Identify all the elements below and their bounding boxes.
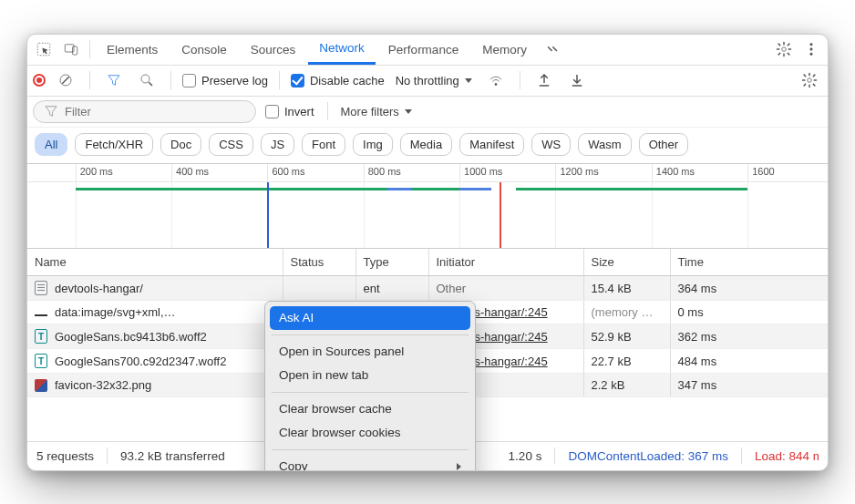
upload-har-icon[interactable] (531, 67, 557, 93)
size-cell: 2.2 kB (583, 374, 670, 397)
ctx-label: Copy (279, 459, 308, 471)
tab-network[interactable]: Network (308, 34, 376, 65)
tick-label: 1000 ms (464, 166, 502, 177)
status-domcontentloaded: DOMContentLoaded: 367 ms (568, 449, 728, 463)
ctx-clear-cache[interactable]: Clear browser cache (270, 397, 470, 421)
tick-label: 1400 ms (656, 166, 695, 177)
col-type[interactable]: Type (355, 249, 428, 276)
col-time[interactable]: Time (670, 249, 828, 276)
disable-cache-checkbox[interactable]: Disable cache (291, 74, 385, 87)
separator (741, 447, 742, 464)
settings-icon[interactable] (771, 36, 797, 62)
search-icon[interactable] (134, 67, 160, 93)
tick-label: 600 ms (272, 166, 304, 177)
chip-fetchxhr[interactable]: Fetch/XHR (75, 133, 153, 156)
svg-rect-2 (73, 46, 77, 55)
filter-toggle-icon[interactable] (101, 67, 127, 93)
filter-text-input[interactable] (65, 105, 246, 118)
tab-elements[interactable]: Elements (96, 34, 169, 65)
more-filters-button[interactable]: More filters (341, 105, 412, 118)
separator (520, 71, 520, 89)
filter-input[interactable] (33, 100, 256, 123)
tick-label: 800 ms (368, 166, 401, 177)
ctx-open-new-tab[interactable]: Open in new tab (270, 364, 470, 387)
size-cell: 52.9 kB (583, 324, 670, 349)
status-cell (283, 276, 355, 301)
checkbox-checked-icon (291, 74, 304, 87)
status-finish: 1.20 s (509, 449, 542, 463)
time-cell: 484 ms (670, 349, 828, 374)
svg-point-4 (810, 44, 812, 46)
chip-ws[interactable]: WS (531, 133, 571, 156)
tab-label: Performance (388, 43, 458, 57)
chip-wasm[interactable]: Wasm (578, 133, 631, 156)
chip-font[interactable]: Font (302, 133, 345, 156)
chevron-right-icon (457, 463, 461, 470)
tab-console[interactable]: Console (170, 34, 238, 65)
tick-label: 1600 (752, 166, 774, 177)
request-name: data:image/svg+xml,… (55, 305, 176, 319)
size-cell: 15.4 kB (583, 276, 670, 301)
tab-memory[interactable]: Memory (471, 34, 538, 65)
tab-sources[interactable]: Sources (240, 34, 307, 65)
chevron-down-icon (465, 78, 472, 83)
chip-js[interactable]: JS (261, 133, 294, 156)
chip-doc[interactable]: Doc (160, 133, 201, 156)
menu-divider (272, 449, 469, 450)
network-conditions-icon[interactable] (483, 67, 509, 93)
table-row[interactable]: devtools-hangar/entOther15.4 kB364 ms (27, 276, 828, 301)
checkbox-icon (182, 74, 196, 87)
chip-other[interactable]: Other (639, 133, 689, 156)
request-name: devtools-hangar/ (55, 282, 143, 295)
chip-img[interactable]: Img (353, 133, 393, 156)
chip-all[interactable]: All (35, 133, 67, 156)
separator (279, 71, 280, 89)
timeline-overview[interactable]: 200 ms 400 ms 600 ms 800 ms 1000 ms 1200… (27, 163, 828, 249)
time-cell: 364 ms (670, 276, 828, 301)
initiator-text: Other (437, 282, 467, 295)
chip-manifest[interactable]: Manifest (459, 133, 524, 156)
col-size[interactable]: Size (583, 249, 670, 276)
throttling-select[interactable]: No throttling (392, 74, 476, 87)
tab-performance[interactable]: Performance (377, 34, 469, 65)
tab-label: Memory (482, 43, 527, 57)
ctx-label: Clear browser cache (279, 402, 392, 416)
checkbox-icon (265, 105, 279, 118)
size-cell: 22.7 kB (583, 349, 670, 374)
record-button[interactable] (33, 74, 46, 87)
col-status[interactable]: Status (283, 249, 355, 276)
tab-label: Network (319, 41, 365, 55)
request-name: GoogleSans700.c92d2347.woff2 (55, 355, 226, 368)
ctx-open-sources[interactable]: Open in Sources panel (270, 340, 470, 364)
invert-checkbox[interactable]: Invert (265, 105, 314, 118)
tab-label: Elements (107, 43, 158, 57)
download-har-icon[interactable] (564, 67, 590, 93)
devtools-window: Elements Console Sources Network Perform… (26, 34, 829, 471)
ctx-clear-cookies[interactable]: Clear browser cookies (270, 421, 470, 445)
ctx-copy-submenu[interactable]: Copy (270, 455, 470, 471)
time-cell: 347 ms (670, 374, 828, 397)
generic-resource-icon (35, 314, 47, 316)
font-file-icon (35, 329, 47, 344)
ctx-ask-ai[interactable]: Ask AI (270, 306, 470, 330)
col-initiator[interactable]: Initiator (428, 249, 583, 276)
inspect-element-icon[interactable] (31, 36, 57, 62)
more-tabs-icon[interactable] (540, 36, 565, 62)
svg-point-5 (810, 48, 812, 50)
funnel-icon (43, 103, 59, 119)
clear-icon[interactable] (53, 67, 78, 93)
preserve-log-checkbox[interactable]: Preserve log (182, 74, 268, 87)
network-toolbar: Preserve log Disable cache No throttling (27, 66, 828, 97)
request-name: GoogleSans.bc9413b6.woff2 (55, 330, 207, 344)
filter-row: Invert More filters (27, 97, 828, 128)
tick-label: 200 ms (80, 166, 113, 177)
context-menu: Ask AI Open in Sources panel Open in new… (264, 301, 476, 471)
panel-settings-icon[interactable] (797, 67, 822, 93)
chip-css[interactable]: CSS (209, 133, 253, 156)
tab-label: Console (181, 43, 227, 57)
status-requests: 5 requests (36, 449, 94, 463)
col-name[interactable]: Name (27, 249, 283, 276)
chip-media[interactable]: Media (400, 133, 452, 156)
device-toolbar-icon[interactable] (58, 36, 84, 62)
kebab-menu-icon[interactable] (798, 36, 824, 62)
